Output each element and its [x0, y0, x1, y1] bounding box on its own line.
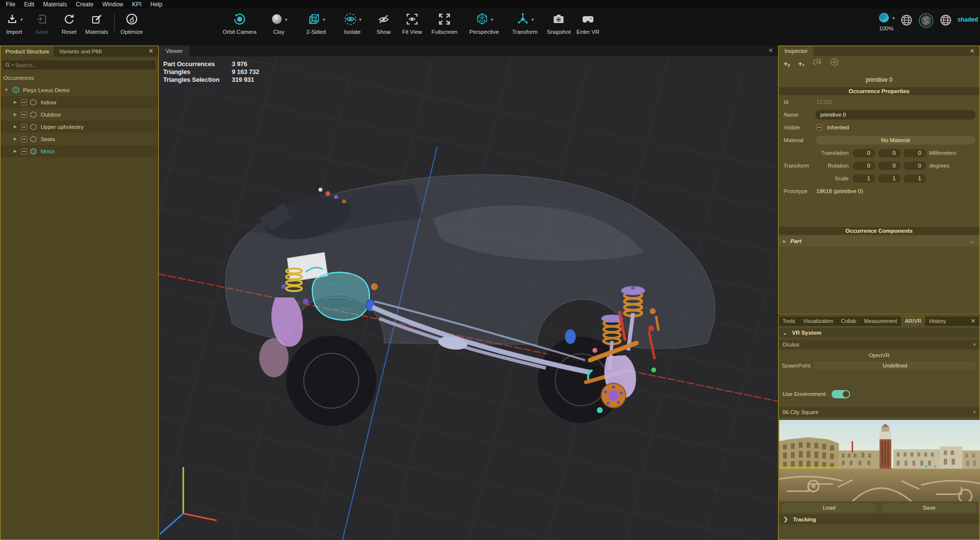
- scale-z-field[interactable]: 1: [904, 174, 926, 183]
- rotation-x-field[interactable]: 0: [853, 162, 875, 170]
- menu-help[interactable]: Help: [146, 0, 167, 8]
- tree-row-motor[interactable]: ▶ Motor: [0, 145, 158, 157]
- tree-expand-icon[interactable]: ▶: [12, 112, 18, 117]
- tab-visualization[interactable]: Visualization: [799, 316, 837, 326]
- search-filter-caret-icon[interactable]: ▾: [12, 63, 14, 67]
- save-environment-button[interactable]: Save: [882, 503, 977, 512]
- save-icon: [35, 13, 48, 26]
- tab-measurement[interactable]: Measurement: [860, 316, 901, 326]
- tab-product-structure[interactable]: Product Structure: [0, 46, 54, 57]
- environment-dropdown[interactable]: 06-City Square ▾: [779, 407, 980, 417]
- tracking-section-header[interactable]: ❯ Tracking: [779, 514, 980, 524]
- selected-motor-part[interactable]: [312, 272, 369, 320]
- isolate-button[interactable]: ▾ Isolate: [338, 12, 367, 35]
- tree-row-outdoor[interactable]: ▶ Outdoor: [0, 108, 158, 121]
- tree-row-seats[interactable]: ▶ Seats: [0, 133, 158, 145]
- search-input[interactable]: [15, 62, 153, 68]
- close-icon[interactable]: ✕: [967, 316, 980, 326]
- close-icon[interactable]: ✕: [763, 46, 778, 56]
- optimize-button[interactable]: Optimize: [121, 12, 143, 35]
- visibility-checkbox[interactable]: [21, 99, 27, 105]
- tab-collab[interactable]: Collab: [837, 316, 860, 326]
- use-environment-row: Use Environment: [779, 389, 980, 399]
- visible-inherited-checkbox[interactable]: [816, 124, 822, 130]
- menu-edit[interactable]: Edit: [20, 0, 39, 8]
- vr-runtime-dropdown[interactable]: Oculus ▾: [779, 340, 980, 349]
- menu-file[interactable]: File: [1, 0, 20, 8]
- visibility-checkbox[interactable]: [21, 124, 27, 130]
- scale-y-field[interactable]: 1: [878, 174, 901, 183]
- 3d-scene-canvas[interactable]: [159, 56, 778, 540]
- menu-create[interactable]: Create: [72, 0, 98, 8]
- clay-button[interactable]: ▾ Clay: [264, 12, 294, 35]
- go-to-component-icon[interactable]: →: [968, 237, 975, 245]
- show-icon: [377, 12, 391, 27]
- spawn-point-button[interactable]: Undefined: [814, 362, 976, 370]
- caret-down-icon[interactable]: ▾: [532, 18, 534, 22]
- menu-materials[interactable]: Materials: [39, 0, 72, 8]
- visibility-checkbox[interactable]: [21, 136, 27, 142]
- save-button[interactable]: Save: [30, 12, 53, 35]
- perspective-button[interactable]: ▾ Perspective: [466, 12, 503, 35]
- menu-window[interactable]: Window: [98, 0, 128, 8]
- reset-button[interactable]: Reset: [58, 12, 80, 35]
- rotation-y-field[interactable]: 0: [878, 162, 901, 170]
- tab-inspector[interactable]: Inspector: [779, 46, 813, 56]
- scale-x-field[interactable]: 1: [853, 174, 875, 183]
- load-button[interactable]: Load: [782, 503, 877, 512]
- tab-variants-pmi[interactable]: Variants and PMI: [54, 46, 106, 57]
- caret-down-icon[interactable]: ▾: [892, 16, 895, 21]
- tree-expand-icon[interactable]: ▶: [12, 149, 18, 153]
- close-icon[interactable]: ✕: [965, 46, 980, 56]
- expand-icon[interactable]: ▶: [782, 239, 787, 244]
- tree-row-upper-upholestry[interactable]: ▶ Upper upholestry: [0, 121, 158, 133]
- enter-vr-button[interactable]: Enter VR: [577, 12, 600, 35]
- tree-row-root[interactable]: ▼ Pixyz Lexus Demo: [0, 84, 158, 96]
- tree-row-indoor[interactable]: ▶ Indoor: [0, 96, 158, 108]
- import-button[interactable]: ▾ Import: [3, 12, 25, 35]
- caret-down-icon[interactable]: ▾: [359, 18, 362, 22]
- tab-ar-vr[interactable]: AR/VR: [901, 316, 926, 326]
- tree-expand-icon[interactable]: ▶: [12, 137, 18, 141]
- tab-viewer[interactable]: Viewer: [159, 46, 190, 56]
- tree-expand-icon[interactable]: ▶: [12, 100, 18, 104]
- vr-system-section-header[interactable]: ⌄ VR System: [779, 328, 980, 338]
- fullscreen-button[interactable]: Fullscreen: [429, 12, 460, 35]
- orbit-camera-button[interactable]: Orbit Camera: [221, 12, 258, 35]
- visibility-checkbox[interactable]: [21, 112, 27, 118]
- use-environment-toggle[interactable]: [832, 390, 850, 398]
- caret-down-icon[interactable]: ▾: [491, 18, 493, 22]
- transform-button[interactable]: ▾ Transform: [509, 12, 541, 35]
- translation-y-field[interactable]: 0: [878, 149, 901, 157]
- name-field[interactable]: [815, 110, 976, 120]
- caret-down-icon[interactable]: ▾: [285, 18, 288, 22]
- shaded-globe-icon[interactable]: [938, 13, 953, 29]
- show-button[interactable]: Show: [372, 12, 395, 35]
- component-row-part[interactable]: ▶ Part →: [779, 236, 980, 246]
- tab-history[interactable]: History: [925, 316, 950, 326]
- viewport-3d[interactable]: Part Occurrences3 976 Triangles9 163 732…: [159, 56, 778, 540]
- snapshot-button[interactable]: Snapshot: [547, 12, 571, 35]
- render-quality-button[interactable]: ▾ 100%: [878, 12, 895, 31]
- go-to-prototype-icon[interactable]: [830, 58, 839, 69]
- checker-globe-selected-icon[interactable]: [918, 13, 934, 30]
- caret-down-icon[interactable]: ▾: [323, 18, 325, 22]
- two-sided-button[interactable]: ▾ 2-Sided: [300, 12, 332, 35]
- rotation-z-field[interactable]: 0: [904, 162, 926, 170]
- unlink-instance-icon[interactable]: [812, 58, 822, 68]
- translation-z-field[interactable]: 0: [904, 149, 926, 157]
- fit-view-button[interactable]: Fit View: [401, 12, 423, 35]
- close-icon[interactable]: ✕: [144, 46, 158, 57]
- materials-button[interactable]: Materials: [85, 12, 108, 35]
- caret-down-icon[interactable]: ▾: [21, 18, 23, 22]
- menu-kpi[interactable]: KPI: [127, 0, 146, 8]
- material-button[interactable]: No Material: [815, 136, 976, 145]
- add-component-icon[interactable]: +c: [798, 60, 805, 67]
- add-property-icon[interactable]: +p: [784, 60, 790, 67]
- visibility-checkbox[interactable]: [21, 148, 27, 154]
- tab-tools[interactable]: Tools: [779, 316, 799, 326]
- tree-expand-icon[interactable]: ▶: [12, 124, 18, 129]
- translation-x-field[interactable]: 0: [853, 149, 875, 157]
- wireframe-globe-icon[interactable]: [899, 13, 914, 29]
- tree-expand-icon[interactable]: ▼: [3, 88, 9, 92]
